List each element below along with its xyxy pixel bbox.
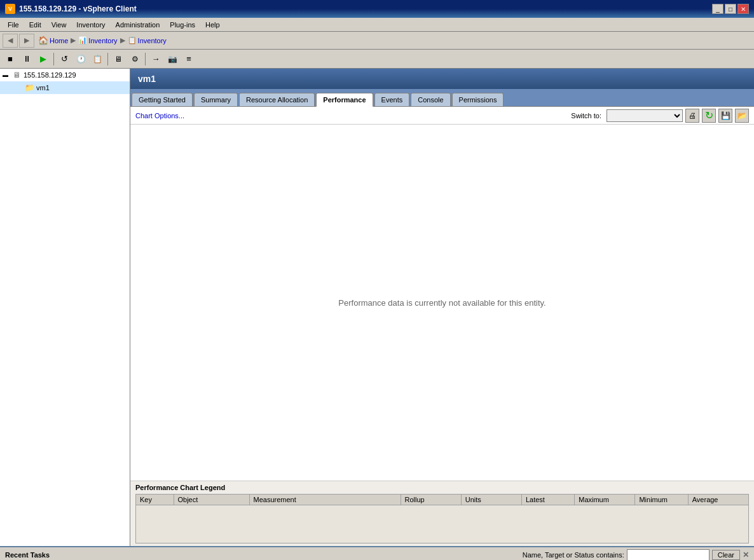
menu-bar: File Edit View Inventory Administration …	[0, 18, 754, 32]
bottom-panel: Recent Tasks Name, Target or Status cont…	[0, 546, 754, 560]
menu-inventory[interactable]: Inventory	[71, 20, 110, 30]
legend-col-latest: Latest	[521, 495, 574, 505]
filter-label: Name, Target or Status contains:	[523, 551, 624, 559]
chart-toolbar-left: Chart Options...	[135, 112, 184, 120]
vm-folder-icon: 📁	[24, 83, 34, 93]
menu-plugins[interactable]: Plug-ins	[165, 20, 200, 30]
tab-console[interactable]: Console	[411, 93, 450, 106]
breadcrumb-inventory-2[interactable]: 📋 Inventory	[128, 36, 167, 44]
app-icon: V	[5, 4, 15, 14]
tasks-filter: Name, Target or Status contains: Clear ✕	[523, 549, 749, 561]
snapshot-button[interactable]: 📷	[165, 51, 180, 67]
breadcrumb: 🏠 Home ▶ 📊 Inventory ▶ 📋 Inventory	[38, 36, 167, 45]
recent-tasks-title: Recent Tasks	[5, 551, 50, 559]
legend-col-measurement: Measurement	[249, 495, 401, 505]
toolbar-separator-2	[107, 53, 108, 65]
extra-button[interactable]: ≡	[181, 51, 196, 67]
save-chart-button[interactable]: 💾	[718, 109, 732, 123]
content-area: vm1 Getting Started Summary Resource All…	[130, 69, 754, 546]
pause-button[interactable]: ⏸	[19, 51, 34, 67]
legend-col-minimum: Minimum	[635, 495, 688, 505]
tasks-header: Recent Tasks Name, Target or Status cont…	[0, 547, 754, 560]
play-button[interactable]: ▶	[36, 51, 51, 67]
server-icon: 🖥	[11, 70, 22, 80]
inventory-icon-2: 📋	[128, 36, 137, 44]
refresh-chart-button[interactable]: ↻	[702, 109, 716, 123]
back-button[interactable]: ◀	[3, 34, 18, 48]
settings-button[interactable]: ⚙	[127, 51, 142, 67]
title-text: 155.158.129.129 - vSphere Client	[19, 4, 712, 13]
open-chart-button[interactable]: 📂	[735, 109, 749, 123]
forward-button[interactable]: ▶	[19, 34, 34, 48]
tasks-clear-button[interactable]: Clear	[712, 550, 740, 560]
sidebar: ▬ 🖥 155.158.129.129 ▶ 📁 vm1	[0, 69, 130, 546]
toolbar-separator-1	[53, 53, 54, 65]
legend-col-key: Key	[136, 495, 174, 505]
tree-expand-server[interactable]: ▬	[3, 72, 11, 78]
tab-getting-started[interactable]: Getting Started	[132, 93, 193, 106]
tab-summary[interactable]: Summary	[194, 93, 238, 106]
toolbar: ■ ⏸ ▶ ↺ 🕐 📋 🖥 ⚙ → 📷 ≡	[0, 50, 754, 69]
tree-vm[interactable]: ▶ 📁 vm1	[0, 81, 130, 94]
vm-label: vm1	[36, 84, 50, 92]
breadcrumb-home[interactable]: 🏠 Home	[38, 36, 68, 45]
tasks-filter-input[interactable]	[627, 549, 709, 561]
maximize-button[interactable]: □	[725, 4, 736, 14]
chart-options-link[interactable]: Chart Options...	[135, 112, 184, 120]
menu-view[interactable]: View	[46, 20, 72, 30]
schedule-button[interactable]: 🕐	[73, 51, 88, 67]
title-bar: V 155.158.129.129 - vSphere Client _ □ ✕	[0, 0, 754, 18]
tab-permissions[interactable]: Permissions	[452, 93, 504, 106]
legend-col-maximum: Maximum	[575, 495, 635, 505]
menu-administration[interactable]: Administration	[111, 20, 165, 30]
no-data-message: Performance data is currently not availa…	[338, 298, 545, 308]
print-button[interactable]: 🖨	[685, 109, 699, 123]
performance-content: Chart Options... Switch to: 🖨 ↻ 💾 📂 Perf…	[130, 107, 754, 546]
breadcrumb-sep-1: ▶	[71, 36, 76, 44]
tasks-close-button[interactable]: ✕	[743, 550, 749, 559]
vm-title: vm1	[138, 74, 156, 84]
menu-help[interactable]: Help	[200, 20, 225, 30]
tabs: Getting Started Summary Resource Allocat…	[130, 89, 754, 107]
migration-button[interactable]: →	[148, 51, 163, 67]
chart-toolbar-right: Switch to: 🖨 ↻ 💾 📂	[571, 109, 749, 123]
legend-col-object: Object	[174, 495, 249, 505]
nav-bar: ◀ ▶ 🏠 Home ▶ 📊 Inventory ▶ 📋 Inventory	[0, 32, 754, 50]
breadcrumb-sep-2: ▶	[120, 36, 125, 44]
reload-button[interactable]: ↺	[57, 51, 72, 67]
main-layout: ▬ 🖥 155.158.129.129 ▶ 📁 vm1 vm1 Getting …	[0, 69, 754, 546]
tab-events[interactable]: Events	[374, 93, 410, 106]
minimize-button[interactable]: _	[712, 4, 723, 14]
tree-server[interactable]: ▬ 🖥 155.158.129.129	[0, 69, 130, 81]
chart-toolbar: Chart Options... Switch to: 🖨 ↻ 💾 📂	[130, 107, 754, 125]
legend-title: Performance Chart Legend	[135, 484, 749, 491]
legend-table: Key Object Measurement Rollup Units Late…	[135, 494, 749, 543]
vm-header: vm1	[130, 69, 754, 89]
switch-to-dropdown[interactable]	[607, 109, 683, 122]
window-controls: _ □ ✕	[712, 4, 749, 14]
legend-col-average: Average	[688, 495, 748, 505]
legend-col-rollup: Rollup	[401, 495, 461, 505]
stop-button[interactable]: ■	[3, 51, 18, 67]
switch-to-label: Switch to:	[571, 112, 601, 120]
breadcrumb-inventory-1[interactable]: 📊 Inventory	[78, 36, 117, 44]
menu-file[interactable]: File	[3, 20, 24, 30]
server-label: 155.158.129.129	[24, 71, 76, 79]
toolbar-separator-3	[145, 53, 146, 65]
home-icon: 🏠	[38, 36, 48, 45]
legend-col-units: Units	[461, 495, 521, 505]
task-button[interactable]: 📋	[90, 51, 105, 67]
console-button[interactable]: 🖥	[111, 51, 126, 67]
inventory-icon-1: 📊	[78, 36, 87, 44]
tab-performance[interactable]: Performance	[316, 93, 373, 107]
close-button[interactable]: ✕	[737, 4, 749, 14]
chart-area: Performance data is currently not availa…	[130, 125, 754, 481]
tab-resource-allocation[interactable]: Resource Allocation	[239, 93, 315, 106]
menu-edit[interactable]: Edit	[24, 20, 46, 30]
chart-legend: Performance Chart Legend Key Object Meas…	[130, 481, 754, 546]
